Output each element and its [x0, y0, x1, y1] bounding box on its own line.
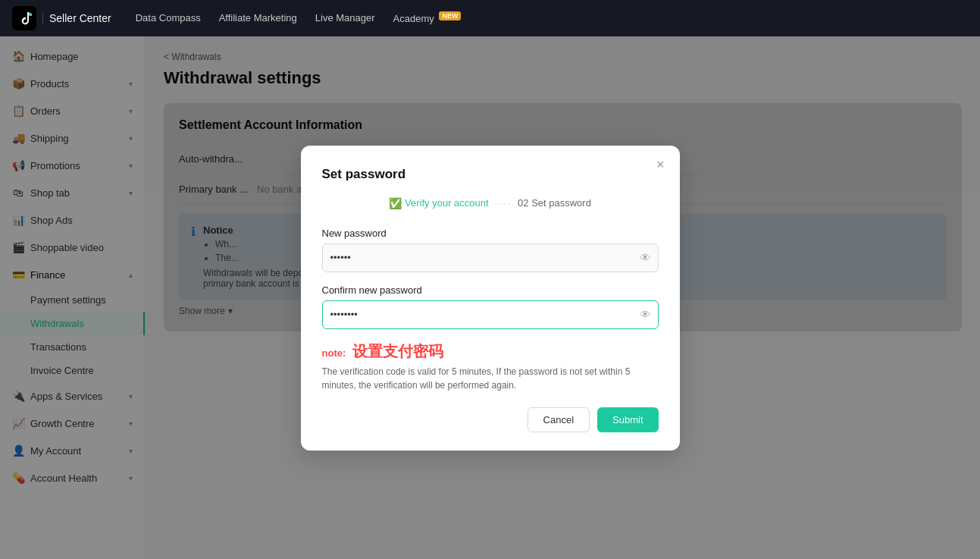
eye-icon-confirm[interactable]: 👁 — [640, 308, 651, 321]
confirm-password-group: Confirm new password 👁 — [322, 284, 659, 329]
submit-button[interactable]: Submit — [597, 407, 658, 432]
new-password-wrapper: 👁 — [322, 243, 659, 272]
nav-live-manager[interactable]: Live Manager — [315, 12, 375, 24]
checkmark-icon: ✅ — [389, 197, 402, 209]
logo-area[interactable]: Seller Center — [12, 6, 111, 30]
confirm-password-label: Confirm new password — [322, 284, 659, 296]
note-body: The verification code is valid for 5 min… — [322, 365, 659, 392]
set-password-modal: × Set password ✅ Verify your account ···… — [301, 146, 680, 451]
modal-title: Set password — [322, 167, 659, 182]
seller-center-label: Seller Center — [42, 12, 111, 24]
nav-links: Data Compass Affiliate Marketing Live Ma… — [136, 12, 462, 24]
nav-affiliate-marketing[interactable]: Affiliate Marketing — [219, 12, 297, 24]
note-section: note: 设置支付密码 The verification code is va… — [322, 341, 659, 392]
nav-data-compass[interactable]: Data Compass — [136, 12, 201, 24]
close-button[interactable]: × — [656, 158, 665, 171]
nav-academy[interactable]: Academy NEW — [393, 12, 462, 24]
new-password-input[interactable] — [322, 243, 659, 272]
confirm-password-wrapper: 👁 — [322, 300, 659, 329]
new-password-label: New password — [322, 228, 659, 239]
eye-icon[interactable]: 👁 — [640, 251, 651, 264]
modal-overlay: × Set password ✅ Verify your account ···… — [0, 36, 980, 559]
step2-current: 02 Set password — [518, 197, 591, 209]
modal-steps: ✅ Verify your account ···· 02 Set passwo… — [322, 197, 659, 209]
top-navigation: Seller Center Data Compass Affiliate Mar… — [0, 0, 980, 36]
new-badge: NEW — [439, 11, 461, 20]
tiktok-logo-icon — [12, 6, 36, 30]
step-separator: ···· — [495, 197, 512, 209]
chinese-text: 设置支付密码 — [352, 341, 443, 362]
note-label: note: — [322, 347, 346, 359]
modal-footer: Cancel Submit — [322, 407, 659, 432]
new-password-group: New password 👁 — [322, 228, 659, 272]
step1-done: ✅ Verify your account — [389, 197, 489, 209]
cancel-button[interactable]: Cancel — [528, 407, 590, 432]
confirm-password-input[interactable] — [322, 300, 659, 329]
